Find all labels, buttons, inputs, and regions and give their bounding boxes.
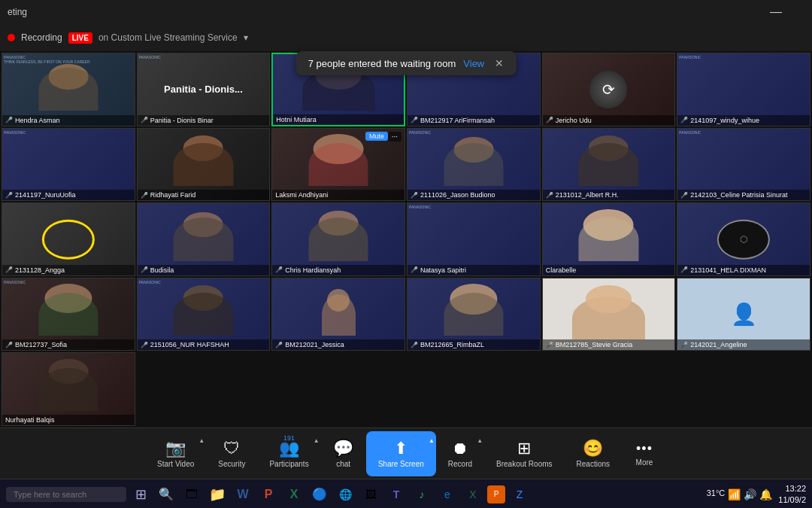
taskbar-zoom-icon[interactable]: Z <box>508 483 531 506</box>
share-screen-button[interactable]: ⬆ Share Screen ▲ <box>366 431 436 476</box>
video-tile: ⬡ 🎤 2131041_HELA DIXMAN <box>677 202 810 276</box>
video-tile: 🎤 BM212785_Stevie Gracia <box>542 278 676 351</box>
taskbar-excel2-icon[interactable]: X <box>462 483 484 506</box>
mic-muted-icon: 🎤 <box>275 342 283 348</box>
record-caret-icon[interactable]: ▲ <box>477 437 483 444</box>
taskbar-chrome-icon[interactable]: 🔵 <box>308 483 331 506</box>
mic-muted-icon: 🎤 <box>680 266 688 273</box>
start-video-button[interactable]: 📷 Start Video ▲ <box>145 431 206 476</box>
participant-name: 🎤 Ridhayati Farid <box>138 190 270 200</box>
taskbar-photos-icon[interactable]: 🖼 <box>359 483 382 506</box>
participant-name: 🎤 Chris Hardiansyah <box>272 265 404 275</box>
mic-muted-icon: 🎤 <box>275 266 283 273</box>
minimize-button[interactable]: — <box>770 5 782 19</box>
volume-icon[interactable]: 🔊 <box>744 488 756 500</box>
chat-label: chat <box>336 460 350 468</box>
breakout-rooms-icon: ⊞ <box>517 439 531 458</box>
taskbar-search-icon[interactable]: 🔍 <box>155 483 177 506</box>
taskbar-windows-icon[interactable]: ⊞ <box>129 483 152 506</box>
video-grid: PANASONICTHINK FEARLESS, BE FIRST ON YOU… <box>0 51 812 427</box>
video-tile: Mute ··· Laksmi Andhiyani <box>271 128 405 202</box>
more-icon: ••• <box>636 441 653 457</box>
record-button[interactable]: ⏺ Record ▲ <box>436 431 484 476</box>
taskbar-network-icon[interactable]: 🌐 <box>334 483 356 506</box>
participant-name: 🎤 Budisila <box>138 265 270 275</box>
share-caret-icon[interactable]: ▲ <box>429 437 435 444</box>
video-tile: 🎤 BM212665_RimbaZL <box>407 278 541 351</box>
mic-muted-icon: 🎤 <box>411 117 418 123</box>
participant-name: Laksmi Andhiyani <box>272 190 404 200</box>
video-tile: PANASONIC 🎤 Natasya Sapitri <box>407 202 541 276</box>
mic-muted-icon: 🎤 <box>411 342 418 348</box>
taskbar: ⊞ 🔍 🗔 📁 W P X 🔵 🌐 🖼 T ♪ e X P Z 31°C 📶 🔊… <box>0 479 812 508</box>
video-tile: PANASONIC 🎤 2141097_windy_wihue <box>677 53 810 126</box>
taskbar-teams-icon[interactable]: T <box>385 483 408 506</box>
video-tile: PANASONIC 🎤 2111026_Jason Budiono <box>407 128 541 202</box>
clock: 13:22 11/09/2 <box>778 483 806 505</box>
mic-muted-icon: 🎤 <box>680 117 688 123</box>
taskbar-right-area: 31°C 📶 🔊 🔔 13:22 11/09/2 <box>707 483 806 505</box>
video-tile: 🎤 BM212021_Jessica <box>271 278 405 351</box>
stream-dropdown-arrow[interactable]: ▾ <box>244 32 248 43</box>
video-tile: 🎤 2131012_Albert R.H. <box>542 128 676 202</box>
security-button[interactable]: 🛡 Security <box>206 431 257 476</box>
participant-name: 🎤 2131128_Angga <box>2 265 135 275</box>
notification-icon[interactable]: 🔔 <box>759 488 772 500</box>
participant-name: 🎤 2142021_Angeline <box>677 339 810 350</box>
video-tile: 🎤 Chris Hardiansyah <box>271 202 405 276</box>
participant-name: Clarabelle <box>543 265 675 275</box>
participants-caret-icon[interactable]: ▲ <box>314 437 320 444</box>
taskbar-word-icon[interactable]: W <box>232 483 254 506</box>
mute-badge[interactable]: Mute <box>365 132 388 141</box>
video-tile: 🎤 Budisila <box>137 202 271 276</box>
breakout-rooms-label: Breakout Rooms <box>496 460 552 468</box>
video-tile: Panitia - Dionis... PANASONIC 🎤 Panitia … <box>137 53 271 126</box>
reactions-button[interactable]: 😊 Reactions <box>565 431 622 476</box>
title-bar: eting — <box>0 0 812 24</box>
video-tile: PANASONIC 🎤 BM212737_Sofia <box>2 278 135 351</box>
participant-name: 🎤 BM212917 AriFirmansah <box>408 115 540 126</box>
taskbar-orange-icon[interactable]: P <box>487 485 505 503</box>
participants-button[interactable]: 191 👥 Participants ▲ <box>257 431 320 476</box>
video-tile: ⟳ 🎤 Jericho Udu <box>542 53 676 126</box>
waiting-room-text: 7 people entered the waiting room <box>308 58 456 69</box>
toolbar: 📷 Start Video ▲ 🛡 Security 191 👥 Partici… <box>0 427 812 479</box>
view-waiting-room-button[interactable]: View <box>463 58 484 69</box>
more-options-badge[interactable]: ··· <box>388 132 401 141</box>
participant-name: 🎤 Natasya Sapitri <box>408 265 540 275</box>
recording-dot <box>8 34 15 41</box>
mic-muted-icon: 🎤 <box>411 266 418 273</box>
taskbar-search-input[interactable] <box>6 487 126 502</box>
taskbar-task-view-icon[interactable]: 🗔 <box>180 483 203 506</box>
start-video-label: Start Video <box>157 460 194 468</box>
participant-name: Nurhayati Balqis <box>2 415 135 425</box>
time-display: 13:22 <box>778 483 806 494</box>
participants-count: 191 <box>283 434 295 442</box>
participant-name: 🎤 Jericho Udu <box>543 115 675 126</box>
participant-name: 🎤 Hendra Asman <box>2 115 135 126</box>
camera-icon: 📷 <box>165 439 186 458</box>
taskbar-spotify-icon[interactable]: ♪ <box>411 483 433 506</box>
mic-muted-icon: 🎤 <box>5 117 13 123</box>
participant-name: 🎤 2141097_windy_wihue <box>677 115 810 126</box>
mic-muted-icon: 🎤 <box>546 117 553 123</box>
mic-muted-icon: 🎤 <box>411 192 418 199</box>
taskbar-edge-icon[interactable]: e <box>436 483 459 506</box>
more-button[interactable]: ••• More <box>622 431 667 476</box>
participant-name: 🎤 2142103_Celine Patrisia Sinurat <box>677 190 810 200</box>
mic-muted-icon: 🎤 <box>680 192 688 199</box>
video-tile: 🎤 2131128_Angga <box>2 202 135 276</box>
chat-button[interactable]: 💬 chat <box>321 431 366 476</box>
video-tile: 🎤 Ridhayati Farid <box>137 128 271 202</box>
taskbar-file-explorer-icon[interactable]: 📁 <box>206 483 229 506</box>
taskbar-excel-icon[interactable]: X <box>283 483 305 506</box>
breakout-rooms-button[interactable]: ⊞ Breakout Rooms <box>484 431 564 476</box>
video-tile: 👤 🎤 2142021_Angeline <box>677 278 810 351</box>
taskbar-powerpoint-icon[interactable]: P <box>257 483 280 506</box>
mic-muted-icon: 🎤 <box>141 192 148 199</box>
temperature-label: 31°C <box>707 488 726 500</box>
close-notification-button[interactable]: ✕ <box>495 57 504 69</box>
mic-muted-icon: 🎤 <box>141 117 148 123</box>
share-screen-label: Share Screen <box>378 460 424 468</box>
video-caret-icon[interactable]: ▲ <box>198 437 205 444</box>
